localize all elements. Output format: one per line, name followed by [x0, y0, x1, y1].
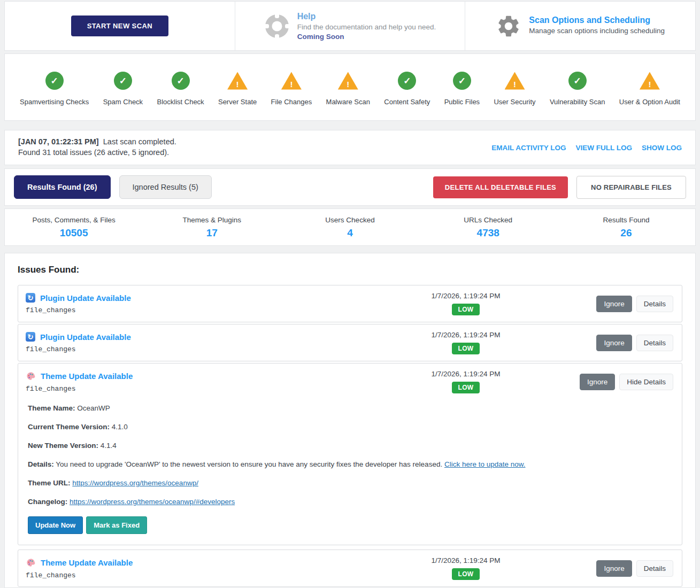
status-checks-row: Spamvertising Checks Spam Check Blocklis… [4, 53, 696, 121]
show-log-link[interactable]: SHOW LOG [642, 144, 682, 152]
status-check-item: File Changes [271, 72, 312, 106]
ignore-button[interactable]: Ignore [596, 560, 632, 577]
issue-card-expanded: Theme Update Available file_changes 1/7/… [18, 363, 682, 545]
view-full-log-link[interactable]: VIEW FULL LOG [576, 144, 633, 152]
issue-title-link[interactable]: Plugin Update Available [40, 293, 131, 303]
status-check-item: Vulnerability Scan [550, 72, 605, 106]
theme-palette-icon [26, 371, 36, 381]
update-now-link[interactable]: Click here to update now. [444, 460, 526, 468]
details-button[interactable]: Details [636, 296, 673, 312]
status-check-label: Malware Scan [326, 98, 370, 106]
issue-source: file_changes [26, 571, 407, 579]
severity-badge: LOW [452, 568, 480, 580]
scan-options-description: Manage scan options including scheduling [529, 27, 665, 35]
theme-name-label: Theme Name: [28, 404, 75, 412]
status-check-item: Content Safety [384, 72, 430, 106]
check-circle-icon [568, 72, 587, 90]
issue-title-link[interactable]: Plugin Update Available [40, 332, 131, 342]
help-description: Find the documentation and help you need… [297, 23, 436, 31]
page: START NEW SCAN Help Find the documentati… [0, 0, 700, 588]
gear-icon [496, 13, 521, 39]
details-text: You need to upgrade 'OceanWP' to the new… [56, 460, 442, 468]
changelog-link[interactable]: https://wordpress.org/themes/oceanwp/#de… [70, 498, 235, 506]
warning-triangle-icon [640, 72, 660, 90]
issue-card: Plugin Update Available file_changes 1/7… [18, 285, 682, 322]
update-now-button[interactable]: Update Now [28, 516, 83, 534]
theme-url-link[interactable]: https://wordpress.org/themes/oceanwp/ [72, 479, 198, 487]
scan-timestamp: [JAN 07, 01:22:31 PM] [18, 137, 99, 146]
check-circle-icon [45, 72, 64, 90]
stat-urls-checked: URLs Checked 4738 [419, 216, 557, 239]
status-check-item: Spamvertising Checks [20, 72, 89, 106]
email-activity-log-link[interactable]: EMAIL ACTIVITY LOG [491, 144, 566, 152]
scan-summary-text: [JAN 07, 01:22:31 PM] Last scan complete… [18, 137, 176, 158]
warning-triangle-icon [505, 72, 525, 90]
status-check-item: User & Option Audit [619, 72, 680, 106]
check-circle-icon [172, 72, 190, 90]
status-check-label: Server State [218, 98, 257, 106]
details-button[interactable]: Details [636, 560, 673, 577]
status-check-item: Malware Scan [326, 72, 370, 106]
issue-title-link[interactable]: Theme Update Available [41, 558, 133, 567]
ignore-button[interactable]: Ignore [596, 335, 632, 351]
status-check-label: User & Option Audit [619, 98, 680, 106]
issues-heading: Issues Found: [18, 265, 682, 275]
plugin-sync-icon [26, 332, 35, 342]
ignore-button[interactable]: Ignore [596, 296, 632, 312]
issue-timestamp: 1/7/2026, 1:19:24 PM [431, 292, 500, 300]
issue-detail-section: Theme Name: OceanWP Current Theme Versio… [18, 400, 682, 545]
results-found-tab[interactable]: Results Found (26) [14, 175, 111, 199]
scan-options-section[interactable]: Scan Options and Scheduling Manage scan … [465, 2, 695, 50]
scan-issues-count-text: Found 31 total issues (26 active, 5 igno… [18, 148, 176, 158]
stat-posts-comments-files: Posts, Comments, & Files 10505 [5, 216, 143, 239]
scan-options-title[interactable]: Scan Options and Scheduling [529, 16, 665, 25]
new-version-value: 4.1.4 [101, 442, 117, 450]
status-check-label: File Changes [271, 98, 312, 106]
mark-as-fixed-button[interactable]: Mark as Fixed [86, 516, 147, 534]
details-button[interactable]: Details [636, 335, 673, 351]
check-circle-icon [398, 72, 416, 90]
theme-name-value: OceanWP [77, 404, 110, 412]
status-check-label: User Security [494, 98, 535, 106]
issues-panel: Issues Found: Plugin Update Available fi… [4, 253, 696, 588]
issue-source: file_changes [26, 385, 407, 393]
hide-details-button[interactable]: Hide Details [619, 374, 673, 390]
status-check-label: Spam Check [103, 98, 143, 106]
no-repairable-files-button[interactable]: NO REPAIRABLE FILES [576, 176, 686, 199]
warning-triangle-icon [338, 72, 358, 90]
plugin-sync-icon [26, 293, 35, 303]
status-check-item: Public Files [444, 72, 480, 106]
ignore-button[interactable]: Ignore [580, 374, 615, 390]
delete-all-deletable-files-button[interactable]: DELETE ALL DELETABLE FILES [433, 176, 568, 198]
scan-status-text: Last scan completed. [103, 137, 176, 146]
top-action-bar: START NEW SCAN Help Find the documentati… [4, 1, 696, 51]
new-version-label: New Theme Version: [28, 442, 98, 450]
warning-triangle-icon [227, 72, 248, 90]
help-title[interactable]: Help [297, 12, 436, 21]
status-check-item: User Security [494, 72, 535, 106]
issue-timestamp: 1/7/2026, 1:19:24 PM [431, 556, 500, 564]
severity-badge: LOW [452, 382, 480, 393]
details-label: Details: [28, 460, 54, 468]
warning-triangle-icon [281, 72, 302, 90]
check-circle-icon [453, 72, 471, 90]
status-check-item: Blocklist Check [157, 72, 204, 106]
current-version-value: 4.1.0 [112, 423, 128, 431]
status-check-label: Blocklist Check [157, 98, 204, 106]
issue-card: Plugin Update Available file_changes 1/7… [18, 324, 682, 361]
ignored-results-tab[interactable]: Ignored Results (5) [119, 175, 212, 199]
results-actions-bar: Results Found (26) Ignored Results (5) D… [4, 168, 696, 206]
issue-source: file_changes [26, 345, 407, 353]
start-new-scan-button[interactable]: START NEW SCAN [71, 16, 168, 36]
check-circle-icon [114, 72, 132, 90]
status-check-label: Public Files [444, 98, 480, 106]
issue-title-link[interactable]: Theme Update Available [41, 372, 133, 381]
issue-timestamp: 1/7/2026, 1:19:24 PM [431, 370, 500, 378]
theme-url-label: Theme URL: [28, 479, 71, 487]
stat-results-found: Results Found 26 [557, 216, 695, 239]
stat-themes-plugins: Themes & Plugins 17 [143, 216, 281, 239]
scan-stats-row: Posts, Comments, & Files 10505 Themes & … [4, 208, 696, 246]
help-section: Help Find the documentation and help you… [235, 2, 465, 50]
current-version-label: Current Theme Version: [28, 423, 110, 431]
stat-users-checked: Users Checked 4 [281, 216, 419, 239]
